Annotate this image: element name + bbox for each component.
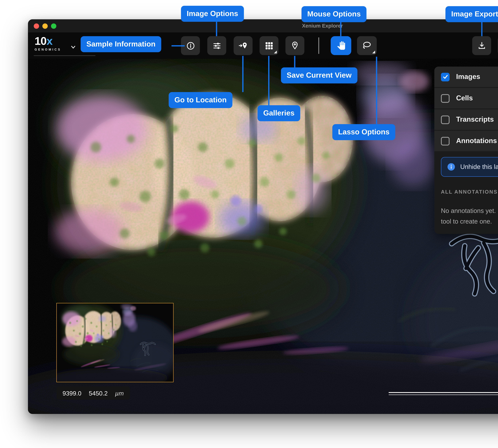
- banner-text: Unhide this layer to view changes: [460, 163, 498, 171]
- layer-label: Annotations: [456, 137, 498, 145]
- close-window-button[interactable]: [34, 23, 39, 29]
- galleries-button[interactable]: [260, 36, 279, 55]
- cursor-coordinates-readout: 9399.0 5450.2 µm: [56, 386, 130, 400]
- app-window: Xenium Explorer 10x GENOMICS: [28, 19, 498, 414]
- callout-mouse-options: Mouse Options: [301, 6, 366, 22]
- coordinate-unit: µm: [115, 389, 124, 397]
- lasso-icon: [362, 41, 372, 50]
- save-current-view-button[interactable]: [285, 36, 304, 55]
- screenshot-stage: Xenium Explorer 10x GENOMICS: [0, 0, 498, 448]
- minimap-tissue-image: [57, 303, 173, 382]
- transcripts-checkbox[interactable]: [441, 115, 449, 124]
- annotations-checkbox[interactable]: [441, 137, 449, 145]
- pin-plus-icon: [290, 41, 300, 50]
- layer-label: Transcripts: [456, 115, 498, 124]
- sample-dropdown-caret-icon[interactable]: [71, 43, 76, 50]
- check-icon: [442, 74, 448, 80]
- callout-sample-information: Sample Information: [81, 36, 161, 52]
- sliders-icon: [212, 41, 221, 50]
- download-icon: [477, 41, 486, 50]
- zoom-window-button[interactable]: [51, 23, 56, 29]
- mouse-hand-tool-button[interactable]: [331, 36, 351, 55]
- info-circle-icon: [447, 163, 455, 171]
- scale-bar-label: 5000 µm: [389, 398, 498, 405]
- cells-checkbox[interactable]: [441, 94, 449, 103]
- goto-pin-icon: [238, 41, 248, 50]
- images-checkbox[interactable]: [441, 73, 449, 81]
- callout-galleries: Galleries: [257, 105, 300, 121]
- grid-icon: [265, 41, 273, 50]
- unhide-layer-banner: Unhide this layer to view changes: [441, 157, 498, 177]
- callout-line-galleries: [268, 56, 269, 105]
- layers-panel: Images Cells Transcripts: [434, 67, 498, 234]
- coordinate-x: 9399.0: [63, 389, 82, 397]
- annotations-empty-state: No annotations yet. Import annotations o…: [441, 206, 498, 226]
- window-title: Xenium Explorer: [302, 23, 343, 29]
- image-options-button[interactable]: [207, 36, 226, 55]
- sample-selector-underline: [34, 55, 95, 56]
- titlebar: Xenium Explorer: [28, 19, 498, 32]
- layer-label: Cells: [456, 94, 498, 102]
- dropdown-corner-icon: [274, 50, 277, 53]
- callout-line-sample-information: [171, 45, 185, 46]
- annotations-header: ALL ANNOTATIONS: [441, 189, 498, 195]
- traffic-lights: [34, 23, 56, 29]
- layer-row-transcripts[interactable]: Transcripts: [434, 109, 498, 130]
- info-icon: [186, 41, 195, 50]
- callout-lasso-options: Lasso Options: [332, 124, 395, 140]
- coordinate-y: 5450.2: [89, 389, 108, 397]
- annotations-section: ALL ANNOTATIONS Import No annotations ye…: [434, 177, 498, 226]
- callout-go-to-location: Go to Location: [169, 92, 232, 108]
- callout-line-image-export: [481, 22, 482, 36]
- layer-label: Images: [456, 73, 498, 81]
- callout-line-save-current-view: [294, 56, 295, 67]
- logo-subtext: GENOMICS: [34, 48, 61, 51]
- layer-row-images[interactable]: Images: [434, 67, 498, 87]
- scale-bar: 5000 µm: [389, 392, 498, 405]
- callout-line-mouse-options: [340, 22, 341, 36]
- go-to-location-button[interactable]: [234, 36, 253, 55]
- logo-brand: 10: [34, 35, 47, 47]
- logo-brand-x: x: [47, 35, 52, 47]
- callout-image-export: Image Export: [445, 6, 498, 22]
- layer-row-annotations[interactable]: Annotations: [434, 131, 498, 151]
- callout-line-image-options: [216, 22, 217, 36]
- minimize-window-button[interactable]: [42, 23, 48, 29]
- lasso-tool-button[interactable]: [357, 36, 377, 55]
- scale-bar-line: [389, 392, 498, 393]
- callout-line-go-to-location: [242, 56, 243, 92]
- tenx-genomics-logo[interactable]: 10x GENOMICS: [34, 36, 61, 51]
- callout-image-options: Image Options: [181, 6, 244, 22]
- callout-save-current-view: Save Current View: [281, 67, 357, 83]
- toolbar-separator: [318, 37, 319, 54]
- callout-line-lasso-options: [376, 57, 377, 124]
- layer-row-cells[interactable]: Cells: [434, 88, 498, 109]
- scale-bar-line: [389, 394, 498, 395]
- hand-icon: [336, 41, 346, 50]
- minimap[interactable]: [56, 303, 174, 382]
- image-export-button[interactable]: [472, 36, 491, 55]
- dropdown-corner-icon: [372, 50, 375, 53]
